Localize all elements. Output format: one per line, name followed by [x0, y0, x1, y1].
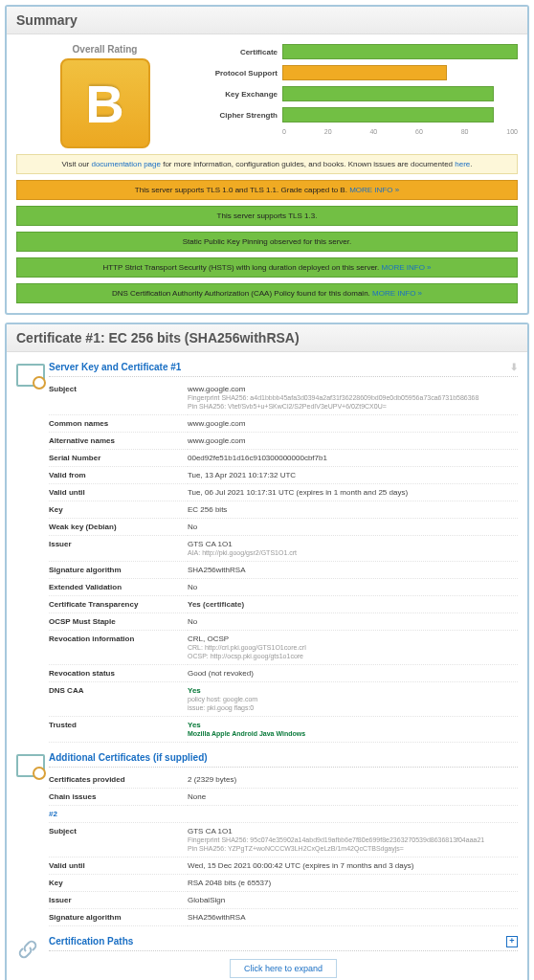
certificate-panel: Certificate #1: EC 256 bits (SHA256withR… — [5, 323, 529, 980]
summary-header: Summary — [7, 7, 527, 34]
expand-icon[interactable]: + — [506, 936, 518, 947]
chart-bar-row: Cipher Strength — [201, 107, 518, 122]
cert-paths-section-title[interactable]: Certification Paths + — [49, 936, 518, 951]
certificate-icon — [16, 752, 49, 926]
notice-docs: Visit our documentation page for more in… — [16, 154, 518, 174]
known-issues-link[interactable]: here — [455, 160, 470, 168]
chart-category-label: Protocol Support — [201, 69, 282, 78]
documentation-link[interactable]: documentation page — [91, 160, 161, 168]
cert-2-link[interactable]: #2 — [49, 810, 57, 818]
additional-certs-table: Certificates provided2 (2329 bytes) Chai… — [49, 771, 518, 926]
chart-bar — [282, 65, 447, 80]
chart-category-label: Cipher Strength — [201, 111, 282, 120]
overall-rating: Overall Rating B — [16, 44, 193, 148]
expand-paths-button[interactable]: Click here to expand — [230, 959, 337, 978]
notice-caa: DNS Certification Authority Authorizatio… — [16, 283, 518, 303]
chart-bar-row: Certificate — [201, 44, 518, 59]
chart-bar — [282, 107, 494, 122]
chart-bar-row: Key Exchange — [201, 86, 518, 101]
chart-category-label: Certificate — [201, 48, 282, 56]
chart-bar — [282, 44, 518, 59]
cert-details-table: Subjectwww.google.comFingerprint SHA256:… — [49, 381, 518, 743]
summary-body: Overall Rating B CertificateProtocol Sup… — [7, 34, 527, 313]
server-key-section-title: Server Key and Certificate #1 ⬇ — [49, 362, 518, 377]
more-info-link[interactable]: MORE INFO » — [349, 186, 399, 194]
summary-panel: Summary Overall Rating B CertificateProt… — [5, 5, 529, 315]
certificate-icon — [16, 362, 49, 743]
more-info-link[interactable]: MORE INFO » — [372, 289, 422, 298]
chart-bar-row: Protocol Support — [201, 65, 518, 80]
ratings-chart: CertificateProtocol SupportKey ExchangeC… — [193, 44, 518, 148]
grade-badge: B — [60, 58, 150, 148]
notice-hsts: HTTP Strict Transport Security (HSTS) wi… — [16, 257, 518, 278]
more-info-link[interactable]: MORE INFO » — [382, 263, 432, 272]
certificate-header: Certificate #1: EC 256 bits (SHA256withR… — [7, 324, 527, 352]
overall-rating-label: Overall Rating — [16, 44, 193, 55]
chart-category-label: Key Exchange — [201, 90, 282, 99]
notice-tls13: This server supports TLS 1.3. — [16, 206, 518, 226]
chain-icon — [16, 936, 49, 978]
chart-bar — [282, 86, 494, 101]
notice-hpkp: Static Public Key Pinning observed for t… — [16, 232, 518, 252]
notice-tls-old: This server supports TLS 1.0 and TLS 1.1… — [16, 180, 518, 200]
download-icon[interactable]: ⬇ — [510, 362, 518, 372]
additional-certs-section-title: Additional Certificates (if supplied) — [49, 752, 518, 768]
